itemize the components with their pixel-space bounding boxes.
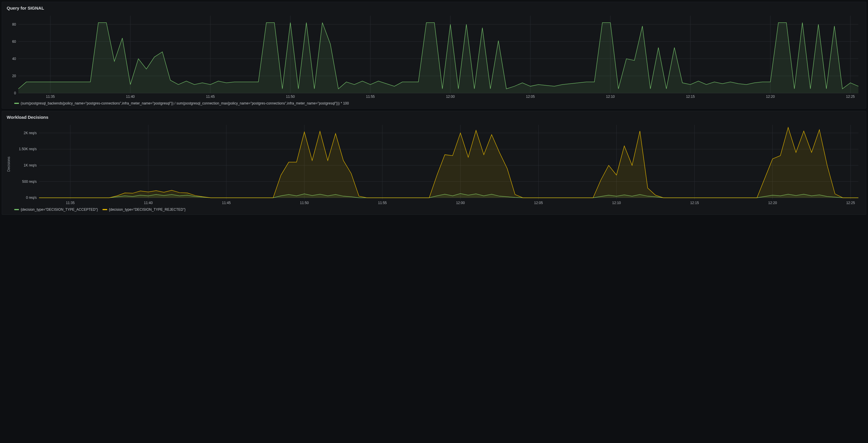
svg-text:12:10: 12:10 bbox=[612, 201, 621, 205]
svg-text:12:10: 12:10 bbox=[606, 95, 615, 99]
chart-workload[interactable]: 0 req/s500 req/s1K req/s1.50K req/s2K re… bbox=[11, 122, 862, 206]
legend-signal: (sum(postgresql_backends{policy_name="po… bbox=[6, 100, 862, 106]
svg-text:12:25: 12:25 bbox=[846, 95, 855, 99]
svg-text:11:50: 11:50 bbox=[286, 95, 295, 99]
svg-text:11:35: 11:35 bbox=[66, 201, 74, 205]
chart-signal[interactable]: 02040608011:3511:4011:4511:5011:5512:001… bbox=[6, 13, 862, 100]
panel-signal: Query for SIGNAL 02040608011:3511:4011:4… bbox=[2, 2, 866, 109]
svg-text:12:00: 12:00 bbox=[446, 95, 455, 99]
svg-text:12:20: 12:20 bbox=[768, 201, 777, 205]
svg-text:1K req/s: 1K req/s bbox=[24, 163, 37, 167]
panel-title-workload: Workload Decisions bbox=[7, 115, 862, 120]
panel-title-signal: Query for SIGNAL bbox=[7, 5, 862, 10]
legend-item-rejected[interactable]: {decision_type="DECISION_TYPE_REJECTED"} bbox=[102, 207, 186, 212]
svg-text:60: 60 bbox=[12, 40, 16, 44]
svg-text:0: 0 bbox=[14, 91, 16, 95]
svg-text:2K req/s: 2K req/s bbox=[24, 131, 37, 135]
svg-text:11:35: 11:35 bbox=[46, 95, 55, 99]
svg-text:500 req/s: 500 req/s bbox=[22, 179, 37, 184]
svg-text:20: 20 bbox=[12, 74, 16, 78]
svg-text:11:40: 11:40 bbox=[144, 201, 153, 205]
svg-text:11:40: 11:40 bbox=[126, 95, 135, 99]
legend-item-accepted[interactable]: {decision_type="DECISION_TYPE_ACCEPTED"} bbox=[14, 207, 98, 212]
swatch-icon bbox=[14, 209, 19, 210]
svg-text:12:05: 12:05 bbox=[534, 201, 543, 205]
svg-text:11:50: 11:50 bbox=[300, 201, 309, 205]
svg-text:12:15: 12:15 bbox=[686, 95, 695, 99]
dashboard: Query for SIGNAL 02040608011:3511:4011:4… bbox=[0, 0, 868, 216]
legend-label: {decision_type="DECISION_TYPE_REJECTED"} bbox=[109, 207, 186, 212]
svg-text:11:55: 11:55 bbox=[378, 201, 387, 205]
svg-text:11:55: 11:55 bbox=[366, 95, 375, 99]
svg-text:12:15: 12:15 bbox=[690, 201, 699, 205]
svg-text:12:25: 12:25 bbox=[846, 201, 855, 205]
svg-text:11:45: 11:45 bbox=[222, 201, 231, 205]
swatch-icon bbox=[102, 209, 107, 210]
svg-text:80: 80 bbox=[12, 23, 16, 27]
svg-text:0 req/s: 0 req/s bbox=[26, 196, 37, 200]
svg-text:12:05: 12:05 bbox=[526, 95, 535, 99]
svg-text:40: 40 bbox=[12, 57, 16, 61]
svg-text:12:20: 12:20 bbox=[766, 95, 775, 99]
swatch-icon bbox=[14, 103, 19, 104]
legend-label: {decision_type="DECISION_TYPE_ACCEPTED"} bbox=[21, 207, 98, 212]
legend-label: (sum(postgresql_backends{policy_name="po… bbox=[21, 101, 349, 105]
svg-text:11:45: 11:45 bbox=[206, 95, 215, 99]
panel-workload: Workload Decisions Decisions 0 req/s500 … bbox=[2, 111, 866, 215]
svg-text:1.50K req/s: 1.50K req/s bbox=[19, 147, 37, 151]
svg-text:12:00: 12:00 bbox=[456, 201, 465, 205]
legend-workload: {decision_type="DECISION_TYPE_ACCEPTED"}… bbox=[6, 206, 862, 213]
y-axis-label: Decisions bbox=[6, 122, 11, 206]
legend-item-signal-query[interactable]: (sum(postgresql_backends{policy_name="po… bbox=[14, 101, 349, 105]
